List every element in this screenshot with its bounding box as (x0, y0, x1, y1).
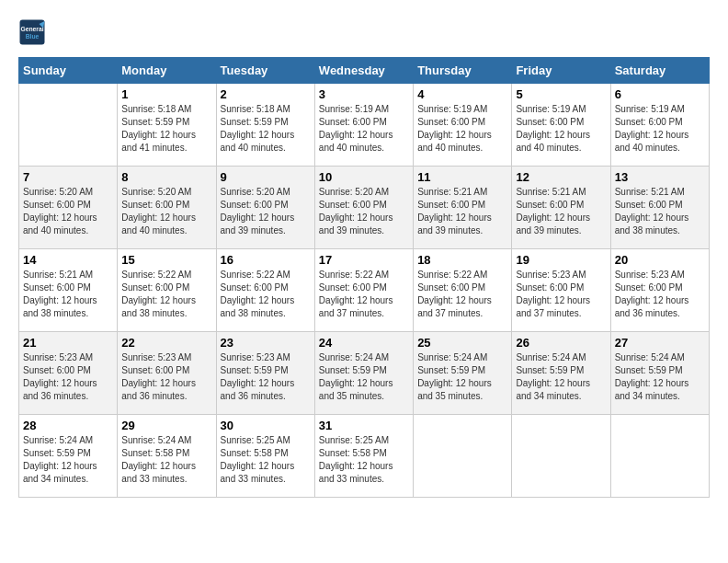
day-info: Sunrise: 5:23 AM Sunset: 5:59 PM Dayligh… (221, 351, 311, 403)
day-info: Sunrise: 5:23 AM Sunset: 6:00 PM Dayligh… (23, 351, 113, 403)
calendar-cell (19, 84, 118, 167)
logo-icon: General Blue (18, 18, 46, 46)
calendar-cell: 18Sunrise: 5:22 AM Sunset: 6:00 PM Dayli… (414, 249, 512, 332)
day-number: 6 (615, 87, 705, 101)
weekday-header: Friday (512, 58, 610, 84)
calendar-cell: 2Sunrise: 5:18 AM Sunset: 5:59 PM Daylig… (216, 84, 314, 167)
day-info: Sunrise: 5:25 AM Sunset: 5:58 PM Dayligh… (221, 434, 311, 486)
calendar-cell: 24Sunrise: 5:24 AM Sunset: 5:59 PM Dayli… (314, 332, 413, 415)
calendar-week-row: 7Sunrise: 5:20 AM Sunset: 6:00 PM Daylig… (19, 167, 710, 249)
day-info: Sunrise: 5:20 AM Sunset: 6:00 PM Dayligh… (319, 186, 409, 237)
day-number: 22 (121, 336, 211, 350)
weekday-header: Thursday (414, 58, 512, 84)
calendar-cell: 6Sunrise: 5:19 AM Sunset: 6:00 PM Daylig… (610, 84, 709, 167)
logo: General Blue (18, 18, 50, 46)
calendar-cell: 20Sunrise: 5:23 AM Sunset: 6:00 PM Dayli… (610, 249, 709, 332)
day-number: 7 (23, 170, 113, 184)
day-number: 4 (417, 87, 507, 101)
calendar-cell: 21Sunrise: 5:23 AM Sunset: 6:00 PM Dayli… (19, 332, 118, 415)
day-number: 19 (516, 253, 606, 267)
calendar-cell: 25Sunrise: 5:24 AM Sunset: 5:59 PM Dayli… (414, 332, 512, 415)
calendar-cell: 28Sunrise: 5:24 AM Sunset: 5:59 PM Dayli… (19, 415, 118, 498)
day-number: 27 (615, 336, 705, 350)
day-number: 31 (319, 419, 409, 432)
calendar-cell: 9Sunrise: 5:20 AM Sunset: 6:00 PM Daylig… (216, 167, 314, 249)
day-number: 5 (516, 87, 606, 101)
day-number: 21 (23, 336, 113, 350)
calendar-cell: 15Sunrise: 5:22 AM Sunset: 6:00 PM Dayli… (118, 249, 216, 332)
calendar-cell: 4Sunrise: 5:19 AM Sunset: 6:00 PM Daylig… (414, 84, 512, 167)
svg-text:Blue: Blue (26, 33, 40, 40)
weekday-header: Tuesday (216, 58, 314, 84)
day-info: Sunrise: 5:21 AM Sunset: 6:00 PM Dayligh… (516, 186, 606, 237)
day-number: 24 (319, 336, 409, 350)
calendar-cell: 7Sunrise: 5:20 AM Sunset: 6:00 PM Daylig… (19, 167, 118, 249)
calendar-cell: 26Sunrise: 5:24 AM Sunset: 5:59 PM Dayli… (512, 332, 610, 415)
calendar-cell: 14Sunrise: 5:21 AM Sunset: 6:00 PM Dayli… (19, 249, 118, 332)
calendar-week-row: 21Sunrise: 5:23 AM Sunset: 6:00 PM Dayli… (19, 332, 710, 415)
calendar-week-row: 1Sunrise: 5:18 AM Sunset: 5:59 PM Daylig… (19, 84, 710, 167)
day-number: 11 (417, 170, 507, 184)
calendar-cell: 3Sunrise: 5:19 AM Sunset: 6:00 PM Daylig… (314, 84, 413, 167)
day-info: Sunrise: 5:19 AM Sunset: 6:00 PM Dayligh… (615, 103, 705, 155)
day-info: Sunrise: 5:19 AM Sunset: 6:00 PM Dayligh… (417, 103, 507, 155)
calendar-cell: 17Sunrise: 5:22 AM Sunset: 6:00 PM Dayli… (314, 249, 413, 332)
day-info: Sunrise: 5:23 AM Sunset: 6:00 PM Dayligh… (121, 351, 211, 403)
day-info: Sunrise: 5:24 AM Sunset: 5:59 PM Dayligh… (319, 351, 409, 403)
weekday-header-row: SundayMondayTuesdayWednesdayThursdayFrid… (19, 58, 710, 84)
day-info: Sunrise: 5:24 AM Sunset: 5:59 PM Dayligh… (23, 434, 113, 486)
day-info: Sunrise: 5:19 AM Sunset: 6:00 PM Dayligh… (516, 103, 606, 155)
calendar-cell: 29Sunrise: 5:24 AM Sunset: 5:58 PM Dayli… (118, 415, 216, 498)
day-info: Sunrise: 5:24 AM Sunset: 5:59 PM Dayligh… (417, 351, 507, 403)
calendar-week-row: 28Sunrise: 5:24 AM Sunset: 5:59 PM Dayli… (19, 415, 710, 498)
day-info: Sunrise: 5:18 AM Sunset: 5:59 PM Dayligh… (121, 103, 211, 155)
calendar-cell: 23Sunrise: 5:23 AM Sunset: 5:59 PM Dayli… (216, 332, 314, 415)
day-info: Sunrise: 5:22 AM Sunset: 6:00 PM Dayligh… (319, 269, 409, 320)
day-number: 17 (319, 253, 409, 267)
day-number: 15 (121, 253, 211, 267)
day-info: Sunrise: 5:20 AM Sunset: 6:00 PM Dayligh… (23, 186, 113, 237)
day-info: Sunrise: 5:22 AM Sunset: 6:00 PM Dayligh… (221, 269, 311, 320)
day-info: Sunrise: 5:23 AM Sunset: 6:00 PM Dayligh… (615, 269, 705, 320)
weekday-header: Wednesday (314, 58, 413, 84)
day-number: 25 (417, 336, 507, 350)
calendar-cell: 30Sunrise: 5:25 AM Sunset: 5:58 PM Dayli… (216, 415, 314, 498)
weekday-header: Monday (118, 58, 216, 84)
calendar-cell: 31Sunrise: 5:25 AM Sunset: 5:58 PM Dayli… (314, 415, 413, 498)
day-info: Sunrise: 5:22 AM Sunset: 6:00 PM Dayligh… (121, 269, 211, 320)
day-number: 23 (221, 336, 311, 350)
weekday-header: Saturday (610, 58, 709, 84)
day-info: Sunrise: 5:21 AM Sunset: 6:00 PM Dayligh… (615, 186, 705, 237)
svg-text:General: General (20, 26, 43, 32)
day-number: 2 (221, 87, 311, 101)
day-number: 30 (221, 419, 311, 432)
day-number: 28 (23, 419, 113, 432)
day-info: Sunrise: 5:24 AM Sunset: 5:59 PM Dayligh… (516, 351, 606, 403)
calendar-cell: 13Sunrise: 5:21 AM Sunset: 6:00 PM Dayli… (610, 167, 709, 249)
day-info: Sunrise: 5:24 AM Sunset: 5:58 PM Dayligh… (121, 434, 211, 486)
day-number: 1 (121, 87, 211, 101)
day-number: 18 (417, 253, 507, 267)
day-info: Sunrise: 5:19 AM Sunset: 6:00 PM Dayligh… (319, 103, 409, 155)
weekday-header: Sunday (19, 58, 118, 84)
day-info: Sunrise: 5:23 AM Sunset: 6:00 PM Dayligh… (516, 269, 606, 320)
day-number: 14 (23, 253, 113, 267)
calendar-cell: 11Sunrise: 5:21 AM Sunset: 6:00 PM Dayli… (414, 167, 512, 249)
day-number: 29 (121, 419, 211, 432)
day-number: 10 (319, 170, 409, 184)
calendar-cell: 5Sunrise: 5:19 AM Sunset: 6:00 PM Daylig… (512, 84, 610, 167)
calendar-cell: 8Sunrise: 5:20 AM Sunset: 6:00 PM Daylig… (118, 167, 216, 249)
calendar-cell: 12Sunrise: 5:21 AM Sunset: 6:00 PM Dayli… (512, 167, 610, 249)
calendar-cell (610, 415, 709, 498)
day-info: Sunrise: 5:25 AM Sunset: 5:58 PM Dayligh… (319, 434, 409, 486)
calendar-cell: 22Sunrise: 5:23 AM Sunset: 6:00 PM Dayli… (118, 332, 216, 415)
day-info: Sunrise: 5:20 AM Sunset: 6:00 PM Dayligh… (221, 186, 311, 237)
calendar-cell: 19Sunrise: 5:23 AM Sunset: 6:00 PM Dayli… (512, 249, 610, 332)
day-info: Sunrise: 5:24 AM Sunset: 5:59 PM Dayligh… (615, 351, 705, 403)
calendar-cell: 10Sunrise: 5:20 AM Sunset: 6:00 PM Dayli… (314, 167, 413, 249)
day-number: 16 (221, 253, 311, 267)
day-number: 20 (615, 253, 705, 267)
day-number: 3 (319, 87, 409, 101)
calendar-cell: 27Sunrise: 5:24 AM Sunset: 5:59 PM Dayli… (610, 332, 709, 415)
day-number: 8 (121, 170, 211, 184)
